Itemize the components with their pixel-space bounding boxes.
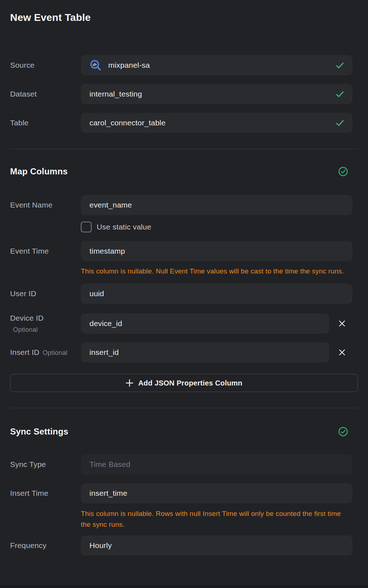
bigquery-icon [89,59,102,71]
insert-time-warning: This column is nullable. Rows with null … [81,508,352,530]
frequency-value: Hourly [89,541,112,550]
table-value: carol_connector_table [89,119,166,127]
source-row: Source mixpanel-sa [10,55,358,75]
event-name-value: event_name [89,201,132,209]
dataset-row: Dataset internal_testing [10,84,358,104]
dataset-valid-check-icon [332,91,344,97]
insert-time-value: insert_time [89,489,127,498]
event-time-label: Event Time [10,247,81,255]
sync-type-value: Time Based [89,460,130,469]
insert-id-label: Insert ID Optional [10,348,81,357]
page-title: New Event Table [10,12,358,23]
table-select[interactable]: carol_connector_table [81,113,352,133]
source-valid-check-icon [332,62,344,68]
event-name-label: Event Name [10,201,81,209]
frequency-row: Frequency Hourly [10,535,358,556]
sync-type-select[interactable]: Time Based [81,454,352,475]
sync-settings-title: Sync Settings [10,427,68,436]
source-value: mixpanel-sa [108,61,150,70]
insert-id-select[interactable]: insert_id [81,342,329,362]
add-json-properties-column-label: Add JSON Properties Column [138,379,242,387]
sync-type-label: Sync Type [10,460,81,469]
device-id-select[interactable]: device_id [81,313,329,334]
dataset-label: Dataset [10,90,81,98]
source-select[interactable]: mixpanel-sa [81,55,352,75]
event-time-select[interactable]: timestamp [81,241,352,261]
map-columns-title: Map Columns [10,167,68,176]
event-name-row: Event Name event_name [10,195,358,215]
table-label: Table [10,119,81,127]
frequency-label: Frequency [10,541,81,550]
map-columns-header: Map Columns [10,167,358,176]
device-id-row: Device ID Optional device_id [10,313,358,334]
section-divider [10,408,358,408]
event-time-warning: This column is nullable. Null Event Time… [81,266,352,277]
event-name-select[interactable]: event_name [81,195,352,215]
user-id-value: uuid [89,289,104,298]
use-static-value-checkbox[interactable] [81,222,92,232]
insert-id-row: Insert ID Optional insert_id [10,342,358,362]
source-label: Source [10,61,81,70]
add-json-properties-column-button[interactable]: Add JSON Properties Column [10,374,358,392]
static-value-row: Use static value [81,221,358,233]
device-id-label: Device ID Optional [10,314,81,334]
insert-time-select[interactable]: insert_time [81,483,352,503]
insert-time-label: Insert Time [10,489,81,498]
dataset-select[interactable]: internal_testing [81,84,352,104]
insert-time-row: Insert Time insert_time [10,483,358,503]
user-id-row: User ID uuid [10,284,358,304]
section-complete-check-icon [338,167,348,176]
insert-id-clear-button[interactable] [338,348,346,357]
insert-id-label-text: Insert ID [10,348,39,357]
new-event-table-form: New Event Table Source mixpanel-sa [0,0,368,556]
event-time-value: timestamp [89,247,125,255]
device-id-optional-text: Optional [10,326,81,334]
device-id-label-text: Device ID [10,314,81,322]
sync-type-row: Sync Type Time Based [10,454,358,475]
device-id-clear-button[interactable] [338,319,346,328]
table-row: Table carol_connector_table [10,113,358,133]
table-valid-check-icon [332,120,344,126]
frequency-select[interactable]: Hourly [81,535,352,556]
device-id-value: device_id [89,319,122,328]
event-time-row: Event Time timestamp [10,241,358,261]
sync-settings-header: Sync Settings [10,427,358,436]
panel-bottom-edge [0,585,368,588]
user-id-label: User ID [10,289,81,298]
use-static-value-label: Use static value [97,223,151,231]
plus-icon [126,379,133,387]
section-complete-check-icon [338,427,348,436]
insert-id-optional-text: Optional [43,349,67,357]
user-id-select[interactable]: uuid [81,284,352,304]
dataset-value: internal_testing [89,90,142,98]
insert-id-value: insert_id [89,348,119,357]
section-divider [10,149,358,149]
